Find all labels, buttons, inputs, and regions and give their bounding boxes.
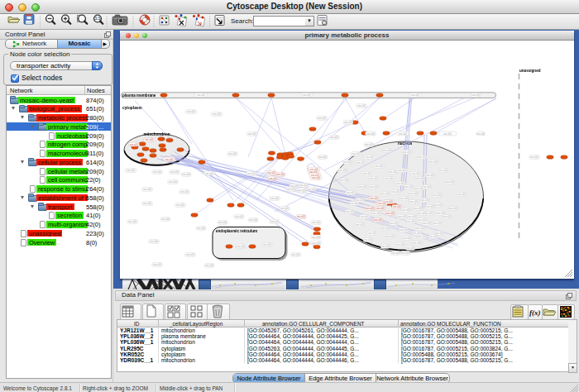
svg-text:xxx-x(0): xxx-x(0) [409,192,418,195]
svg-text:xxx-x(0): xxx-x(0) [414,207,422,210]
svg-text:xxx-x(0): xxx-x(0) [361,215,369,218]
svg-text:xxx-x(0): xxx-x(0) [403,151,411,154]
svg-text:endoplasmic reticulum: endoplasmic reticulum [216,229,257,233]
svg-text:xxx-x(0): xxx-x(0) [401,251,409,255]
svg-text:xxx-x(0): xxx-x(0) [146,138,154,141]
svg-text:xxx-x(0): xxx-x(0) [403,237,411,240]
svg-text:xxx-x(0): xxx-x(0) [416,227,424,230]
svg-text:xxx-x(0): xxx-x(0) [389,170,397,174]
svg-text:xxx-x(0): xxx-x(0) [409,200,418,203]
svg-text:xxx-x(0): xxx-x(0) [187,110,195,113]
svg-text:xxx-x(0): xxx-x(0) [376,207,385,210]
svg-text:xxx-x(0): xxx-x(0) [170,170,179,174]
svg-text:xxx-x(0): xxx-x(0) [374,218,382,222]
svg-text:xxx-x(0): xxx-x(0) [386,235,395,238]
svg-text:xxx-x(0): xxx-x(0) [391,190,400,194]
svg-text:xxx-x(0): xxx-x(0) [344,121,352,124]
svg-text:cytoplasm: cytoplasm [122,106,142,110]
svg-text:xxx-x(0): xxx-x(0) [352,152,360,155]
svg-text:xxx-x(0): xxx-x(0) [318,155,327,159]
svg-text:xxx-x(0): xxx-x(0) [381,227,390,230]
svg-text:unassigned: unassigned [519,69,541,73]
svg-text:xxx-x(0): xxx-x(0) [128,220,136,223]
svg-text:xxx-x(0): xxx-x(0) [228,152,237,155]
svg-text:xxx-x(0): xxx-x(0) [356,161,365,165]
svg-text:xxx-x(0): xxx-x(0) [312,236,320,239]
svg-text:xxx-x(0): xxx-x(0) [205,264,213,267]
svg-text:xxx-x(0): xxx-x(0) [197,227,205,230]
svg-text:xxx-x(0): xxx-x(0) [350,202,358,205]
svg-text:xxx-x(0): xxx-x(0) [375,165,383,168]
svg-text:xxx-x(0): xxx-x(0) [381,192,390,195]
svg-text:xxx-x(0): xxx-x(0) [390,222,398,225]
svg-text:xxx-x(0): xxx-x(0) [312,176,320,179]
svg-text:xxx-x(0): xxx-x(0) [378,202,386,205]
svg-text:xxx-x(0): xxx-x(0) [248,132,256,136]
svg-text:xxx-x(0): xxx-x(0) [197,93,205,97]
svg-text:xxx-x(0): xxx-x(0) [313,241,321,245]
svg-text:f(x): f(x) [529,308,541,317]
svg-text:xxx-x(0): xxx-x(0) [153,170,161,174]
svg-text:xxx-x(0): xxx-x(0) [308,188,316,191]
svg-text:xxx-x(0): xxx-x(0) [407,220,415,223]
svg-text:xxx-x(0): xxx-x(0) [411,93,419,97]
svg-text:xxx-x(0): xxx-x(0) [150,240,158,243]
svg-text:xxx-x(0): xxx-x(0) [292,253,300,256]
svg-text:xxx-x(0): xxx-x(0) [213,112,221,116]
svg-text:xxx-x(0): xxx-x(0) [412,172,420,175]
svg-text:xxx-x(0): xxx-x(0) [426,205,434,208]
svg-text:xxx-x(0): xxx-x(0) [398,169,406,172]
svg-text:plasma membrane: plasma membrane [122,93,156,98]
svg-text:xxx-x(0): xxx-x(0) [347,191,355,194]
svg-text:xxx-x(0): xxx-x(0) [383,149,391,152]
svg-text:xxx-x(0): xxx-x(0) [372,212,380,215]
svg-text:xxx-x(0): xxx-x(0) [399,132,407,136]
svg-text:xxx-x(0): xxx-x(0) [400,228,408,232]
svg-text:1:1: 1:1 [95,17,101,21]
svg-text:xxx-x(0): xxx-x(0) [429,160,438,164]
svg-text:xxx-x(0): xxx-x(0) [235,215,243,218]
svg-text:xxx-x(0): xxx-x(0) [267,171,275,174]
svg-text:xxx-x(0): xxx-x(0) [346,210,354,213]
svg-text:xxx-x(0): xxx-x(0) [340,179,348,182]
svg-text:xxx-x(0): xxx-x(0) [393,205,401,208]
svg-text:xxx-x(0): xxx-x(0) [318,117,326,120]
svg-text:xxx-x(0): xxx-x(0) [357,104,366,108]
svg-text:xxx-x(0): xxx-x(0) [421,198,429,202]
svg-text:xxx-x(0): xxx-x(0) [303,93,311,97]
svg-text:xxx-x(0): xxx-x(0) [413,232,421,235]
svg-text:xxx-x(0): xxx-x(0) [423,222,431,225]
svg-text:xxx-x(0): xxx-x(0) [237,245,245,248]
svg-text:xxx-x(0): xxx-x(0) [180,190,189,194]
svg-text:xxx-x(0): xxx-x(0) [186,253,194,256]
svg-text:xxx-x(0): xxx-x(0) [423,185,431,189]
svg-text:xxx-x(0): xxx-x(0) [408,215,416,218]
svg-text:xxx-x(0): xxx-x(0) [218,221,227,224]
svg-text:xxx-x(0): xxx-x(0) [381,245,390,248]
svg-text:xxx-x(0): xxx-x(0) [385,177,393,180]
svg-text:xxx-x(0): xxx-x(0) [176,203,184,207]
svg-text:xxx-x(0): xxx-x(0) [439,169,447,172]
svg-text:xxx-x(0): xxx-x(0) [416,177,424,180]
svg-text:xxx-x(0): xxx-x(0) [127,169,135,172]
svg-text:xxx-x(0): xxx-x(0) [363,172,371,175]
svg-text:xxx-x(0): xxx-x(0) [280,207,289,210]
svg-text:xxx-x(0): xxx-x(0) [418,155,426,159]
svg-text:xxx-x(0): xxx-x(0) [429,235,438,238]
svg-text:xxx-x(0): xxx-x(0) [287,188,295,191]
svg-text:xxx-x(0): xxx-x(0) [365,143,373,146]
svg-text:xxx-x(0): xxx-x(0) [413,241,421,245]
svg-text:xxx-x(0): xxx-x(0) [370,177,378,180]
svg-text:xxx-x(0): xxx-x(0) [143,188,151,191]
svg-text:xxx-x(0): xxx-x(0) [356,223,364,227]
svg-text:xxx-x(0): xxx-x(0) [368,232,376,235]
svg-text:xxx-x(0): xxx-x(0) [443,215,451,218]
svg-text:xxx-x(0): xxx-x(0) [426,174,434,177]
svg-text:xxx-x(0): xxx-x(0) [247,172,256,175]
svg-text:xxx-x(0): xxx-x(0) [404,185,413,189]
svg-text:xxx-x(0): xxx-x(0) [433,222,442,225]
svg-text:xxx-x(0): xxx-x(0) [299,184,308,187]
svg-text:xxx-x(0): xxx-x(0) [418,212,426,215]
svg-text:xxx-x(0): xxx-x(0) [143,202,151,205]
svg-text:xxx-x(0): xxx-x(0) [471,93,480,97]
